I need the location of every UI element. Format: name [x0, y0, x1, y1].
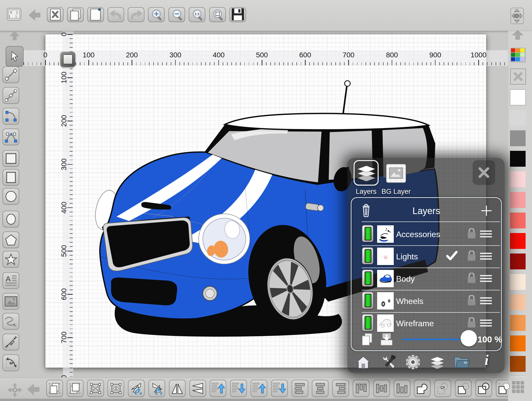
svg-text:1: 1	[16, 11, 18, 14]
svg-text:0: 0	[10, 11, 12, 14]
svg-text:A: A	[5, 275, 11, 283]
svg-text:1:1: 1:1	[195, 12, 199, 16]
svg-text:90°: 90°	[9, 362, 14, 365]
svg-text:99.9: 99.9	[9, 340, 15, 346]
